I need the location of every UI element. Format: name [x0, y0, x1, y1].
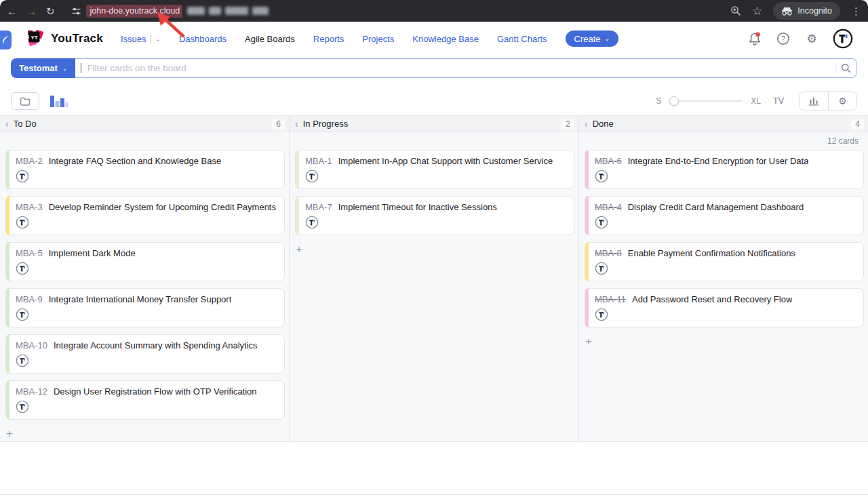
- search-button[interactable]: [835, 63, 856, 73]
- issue-id[interactable]: MBA-7: [305, 202, 332, 212]
- issue-id[interactable]: MBA-3: [16, 202, 43, 212]
- assignee-avatar[interactable]: [305, 169, 319, 183]
- issue-card[interactable]: MBA-4Display Credit Card Management Dash…: [585, 196, 864, 235]
- issue-card[interactable]: MBA-2Integrate FAQ Section and Knowledge…: [5, 150, 285, 189]
- reload-icon[interactable]: ↻: [46, 6, 55, 16]
- nav-item-dashboards[interactable]: Dashboards: [179, 34, 226, 44]
- address-bar[interactable]: john-doe.youtrack.cloud: [71, 5, 721, 18]
- issue-card[interactable]: MBA-12Design User Registration Flow with…: [5, 380, 285, 420]
- issue-title[interactable]: Integrate FAQ Section and Knowledge Base: [49, 156, 221, 166]
- issue-title[interactable]: Implement Timeout for Inactive Sessions: [338, 202, 497, 212]
- forward-icon[interactable]: →: [26, 6, 37, 16]
- column-collapse-icon[interactable]: ‹: [5, 119, 9, 129]
- settings-gear-icon[interactable]: ⚙: [804, 31, 819, 46]
- create-button[interactable]: Create ⌄: [566, 31, 619, 47]
- column-collapse-icon[interactable]: ‹: [585, 119, 588, 129]
- issue-id[interactable]: MBA-4: [595, 202, 622, 212]
- assignee-avatar[interactable]: [595, 308, 608, 321]
- column-collapse-icon[interactable]: ‹: [295, 119, 298, 129]
- issue-card[interactable]: MBA-1Implement In-App Chat Support with …: [295, 150, 574, 189]
- site-info-icon[interactable]: [71, 6, 81, 16]
- issue-id[interactable]: MBA-9: [16, 294, 43, 304]
- issue-id[interactable]: MBA-11: [595, 294, 626, 304]
- slider-handle[interactable]: [669, 96, 679, 106]
- issue-card[interactable]: MBA-5Implement Dark Mode: [5, 242, 285, 281]
- filter-input-wrap[interactable]: [75, 58, 857, 78]
- slider-track[interactable]: [669, 100, 743, 102]
- issue-id[interactable]: MBA-6: [595, 156, 622, 166]
- issue-title[interactable]: Enable Payment Confirmation Notification…: [628, 248, 795, 258]
- issue-title[interactable]: Integrate International Money Transfer S…: [49, 294, 232, 304]
- issue-title[interactable]: Display Credit Card Management Dashboard: [628, 202, 804, 212]
- browser-menu-icon[interactable]: ⋮: [851, 6, 861, 16]
- assignee-avatar[interactable]: [595, 216, 608, 229]
- nav-item-projects[interactable]: Projects: [362, 34, 394, 44]
- issues-dropdown-icon[interactable]: ⌄: [155, 35, 161, 43]
- url-text[interactable]: john-doe.youtrack.cloud: [86, 5, 183, 18]
- issue-title[interactable]: Add Password Reset and Recovery Flow: [632, 294, 792, 304]
- sidebar-pen-tab[interactable]: [0, 31, 12, 49]
- nav-item-issues[interactable]: Issues | ⌄: [121, 34, 161, 44]
- issue-title[interactable]: Design User Registration Flow with OTP V…: [54, 386, 257, 397]
- assignee-avatar[interactable]: [16, 308, 29, 321]
- issue-card[interactable]: MBA-7Implement Timeout for Inactive Sess…: [295, 196, 574, 235]
- chart-view-toggle[interactable]: [49, 93, 69, 109]
- card-color-stripe: [6, 196, 9, 235]
- issue-id[interactable]: MBA-12: [16, 386, 47, 397]
- assignee-avatar[interactable]: [16, 216, 29, 229]
- tv-mode-button[interactable]: TV: [773, 96, 784, 106]
- add-card-button[interactable]: +: [0, 426, 16, 439]
- zoom-icon[interactable]: [730, 5, 741, 16]
- assignee-avatar-icon: [595, 262, 608, 275]
- board-settings-button[interactable]: ⚙: [828, 92, 856, 110]
- issue-card[interactable]: MBA-9Integrate International Money Trans…: [5, 288, 285, 327]
- add-card-button[interactable]: +: [290, 242, 306, 255]
- assignee-avatar-icon: [16, 169, 29, 183]
- issue-id[interactable]: MBA-5: [16, 248, 43, 258]
- nav-item-reports[interactable]: Reports: [313, 34, 344, 44]
- backlog-folder-button[interactable]: [11, 92, 39, 110]
- card-size-slider[interactable]: [669, 96, 743, 106]
- issue-title[interactable]: Integrate Account Summary with Spending …: [54, 340, 258, 350]
- assignee-avatar[interactable]: [305, 216, 319, 229]
- issue-id[interactable]: MBA-10: [16, 340, 47, 350]
- card-color-stripe: [6, 288, 9, 327]
- youtrack-logo[interactable]: YT YouTrack: [27, 30, 103, 47]
- nav-item-knowledge-base[interactable]: Knowledge Base: [412, 34, 479, 44]
- assignee-avatar[interactable]: [16, 400, 29, 414]
- assignee-avatar[interactable]: [16, 169, 29, 183]
- back-icon[interactable]: ←: [7, 6, 17, 16]
- assignee-avatar[interactable]: [16, 262, 29, 275]
- notifications-bell-icon[interactable]: [747, 31, 762, 46]
- issue-card[interactable]: MBA-11Add Password Reset and Recovery Fl…: [585, 288, 864, 327]
- nav-item-gantt-charts[interactable]: Gantt Charts: [497, 34, 547, 44]
- issue-card[interactable]: MBA-8Enable Payment Confirmation Notific…: [585, 242, 864, 281]
- user-avatar[interactable]: [833, 28, 853, 49]
- issue-card[interactable]: MBA-3Develop Reminder System for Upcomin…: [5, 196, 285, 235]
- redacted-url-path: [187, 7, 269, 15]
- issue-title[interactable]: Implement Dark Mode: [49, 248, 136, 258]
- issue-id[interactable]: MBA-2: [16, 156, 43, 166]
- issue-card[interactable]: MBA-10Integrate Account Summary with Spe…: [5, 334, 285, 374]
- assignee-avatar-icon: [595, 308, 608, 321]
- assignee-avatar[interactable]: [595, 169, 608, 183]
- bookmark-star-icon[interactable]: ☆: [752, 5, 762, 17]
- add-card-button[interactable]: +: [579, 334, 595, 347]
- assignee-avatar[interactable]: [16, 354, 29, 367]
- issue-card[interactable]: MBA-6Integrate End-to-End Encryption for…: [585, 150, 864, 189]
- nav-item-agile-boards[interactable]: Agile Boards: [245, 34, 295, 44]
- assignee-avatar-icon: [595, 216, 608, 229]
- assignee-avatar[interactable]: [595, 262, 608, 275]
- create-button-label: Create: [574, 34, 601, 44]
- issue-id[interactable]: MBA-8: [595, 248, 622, 258]
- help-icon[interactable]: ?: [776, 31, 791, 46]
- issue-title[interactable]: Implement In-App Chat Support with Custo…: [338, 156, 553, 166]
- agile-board: ‹To Do6MBA-2Integrate FAQ Section and Kn…: [0, 115, 868, 442]
- issue-title[interactable]: Develop Reminder System for Upcoming Cre…: [49, 202, 276, 212]
- issue-title[interactable]: Integrate End-to-End Encryption for User…: [628, 156, 809, 166]
- chart-report-button[interactable]: [800, 92, 828, 110]
- board-selector-button[interactable]: Testomat ⌄: [11, 58, 75, 78]
- filter-cards-input[interactable]: [81, 63, 835, 73]
- nav-issues-label[interactable]: Issues: [121, 34, 146, 44]
- issue-id[interactable]: MBA-1: [305, 156, 332, 166]
